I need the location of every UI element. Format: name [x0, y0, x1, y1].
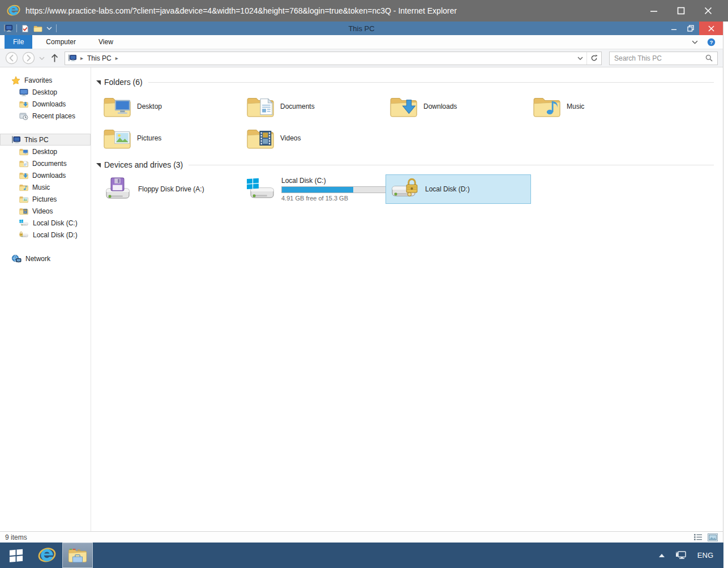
search-box[interactable] [609, 52, 718, 65]
sidebar-section-this-pc[interactable]: This PC [0, 134, 91, 146]
explorer-titlebar: This PC [0, 22, 723, 35]
tab-file[interactable]: File [5, 35, 32, 49]
pictures-folder-icon [19, 195, 28, 203]
drive-name: Local Disk (C:) [281, 177, 388, 185]
sidebar-item-music[interactable]: Music [0, 181, 91, 193]
status-bar: 9 items [0, 531, 723, 543]
taskbar-file-explorer-button[interactable] [62, 543, 93, 568]
sidebar-item-documents[interactable]: Documents [0, 157, 91, 169]
local-disk-d-bitlocker-icon [390, 177, 419, 202]
local-disk-c-icon [19, 219, 29, 227]
capacity-bar [281, 186, 388, 193]
taskbar-internet-explorer-button[interactable] [32, 543, 62, 568]
explorer-window: This PC File Computer View [0, 22, 723, 543]
sidebar-item-favorites-downloads[interactable]: Downloads [0, 98, 91, 110]
new-folder-icon[interactable] [33, 25, 42, 32]
documents-folder-icon [246, 95, 275, 118]
downloads-folder-icon [19, 100, 28, 108]
sidebar-section-network[interactable]: Network [0, 253, 91, 264]
star-icon [11, 76, 20, 85]
show-hidden-icons-button[interactable] [659, 554, 665, 557]
window-title: This PC [0, 24, 723, 33]
window-restore-button[interactable] [682, 22, 699, 35]
back-icon[interactable] [5, 52, 18, 65]
expand-ribbon-chevron-icon[interactable] [692, 40, 698, 44]
sidebar-label: Desktop [32, 88, 57, 96]
separator [56, 24, 57, 32]
sidebar-label: Pictures [32, 195, 57, 203]
customize-toolbar-chevron-icon[interactable] [46, 27, 52, 30]
ie-title: https://www.practice-labs.com/?client=ja… [25, 6, 457, 15]
group-header-devices[interactable]: Devices and drives (3) [96, 159, 723, 170]
tile-label: Downloads [423, 103, 457, 110]
recent-locations-chevron-icon[interactable] [39, 57, 45, 60]
folder-tile-pictures[interactable]: Pictures [99, 122, 245, 154]
thumbnails-view-icon[interactable] [708, 533, 718, 541]
folder-tile-videos[interactable]: Videos [242, 122, 388, 154]
properties-icon[interactable] [21, 24, 29, 33]
help-icon[interactable]: ? [707, 38, 716, 46]
refresh-button[interactable] [586, 52, 601, 65]
breadcrumb-arrow-icon[interactable]: ▸ [76, 55, 87, 61]
forward-icon[interactable] [22, 52, 35, 65]
ie-close-button[interactable] [703, 6, 713, 16]
sidebar-label: Downloads [32, 172, 66, 180]
items-count: 9 items [5, 533, 27, 541]
sidebar-item-videos[interactable]: Videos [0, 205, 91, 217]
sidebar-label: Recent places [32, 112, 75, 120]
sidebar-item-local-disk-c[interactable]: Local Disk (C:) [0, 217, 91, 229]
sidebar-item-recent-places[interactable]: Recent places [0, 110, 91, 122]
downloads-folder-icon [19, 172, 28, 180]
breadcrumb-arrow-icon[interactable]: ▸ [112, 55, 122, 61]
devices-grid: Floppy Disk Drive (A:) Local Disk (C:) [103, 174, 723, 204]
tile-label: Music [567, 103, 584, 110]
sidebar-section-favorites[interactable]: Favorites [0, 74, 91, 86]
tab-view[interactable]: View [90, 35, 122, 49]
music-folder-icon [533, 95, 561, 118]
search-icon[interactable] [705, 54, 713, 62]
collapse-group-icon[interactable] [96, 162, 101, 168]
address-bar[interactable]: ▸ This PC ▸ [65, 52, 602, 65]
ie-maximize-button[interactable] [676, 6, 686, 16]
collapse-group-icon[interactable] [96, 79, 101, 85]
ie-titlebar: https://www.practice-labs.com/?client=ja… [0, 0, 728, 22]
search-input[interactable] [614, 54, 705, 62]
folder-tile-desktop[interactable]: Desktop [99, 91, 245, 122]
sidebar-item-desktop[interactable]: Desktop [0, 146, 91, 157]
start-button[interactable] [0, 543, 32, 568]
drive-tile-local-disk-d[interactable]: Local Disk (D:) [386, 174, 531, 204]
folder-tile-downloads[interactable]: Downloads [386, 91, 531, 122]
network-tray-icon[interactable] [675, 550, 687, 561]
group-header-label: Devices and drives (3) [104, 160, 183, 169]
group-header-rule [189, 165, 714, 165]
window-close-button[interactable] [699, 22, 723, 35]
folder-tile-documents[interactable]: Documents [242, 91, 388, 122]
folder-tile-music[interactable]: Music [529, 91, 674, 122]
music-folder-icon [19, 183, 28, 191]
remote-desktop: This PC File Computer View [0, 22, 723, 568]
window-minimize-button[interactable] [665, 22, 682, 35]
sidebar-item-downloads[interactable]: Downloads [0, 169, 91, 181]
address-dropdown-button[interactable] [574, 52, 586, 65]
sidebar-item-local-disk-d[interactable]: Local Disk (D:) [0, 229, 91, 241]
tile-label: Local Disk (D:) [425, 185, 470, 193]
up-icon[interactable] [50, 54, 59, 63]
group-header-folders[interactable]: Folders (6) [96, 76, 723, 88]
videos-folder-icon [246, 126, 275, 150]
sidebar-label: Local Disk (C:) [33, 219, 78, 227]
tab-computer[interactable]: Computer [37, 35, 84, 49]
desktop-folder-icon [19, 148, 28, 156]
ribbon-tabs: File Computer View ? [0, 35, 723, 49]
sidebar-label: Music [32, 183, 50, 191]
sidebar-item-favorites-desktop[interactable]: Desktop [0, 86, 91, 98]
sidebar-item-pictures[interactable]: Pictures [0, 193, 91, 205]
language-indicator[interactable]: ENG [697, 551, 713, 560]
details-view-icon[interactable] [693, 533, 703, 541]
drive-tile-floppy-a[interactable]: Floppy Disk Drive (A:) [99, 174, 245, 204]
drive-tile-local-disk-c[interactable]: Local Disk (C:) 4.91 GB free of 15.3 GB [242, 174, 388, 204]
breadcrumb-this-pc[interactable]: This PC [87, 54, 112, 62]
sidebar-label: Documents [32, 160, 67, 168]
ie-minimize-button[interactable] [649, 6, 659, 16]
tile-label: Documents [280, 103, 315, 110]
folders-grid: Desktop Documents Downloads Music [103, 91, 723, 154]
